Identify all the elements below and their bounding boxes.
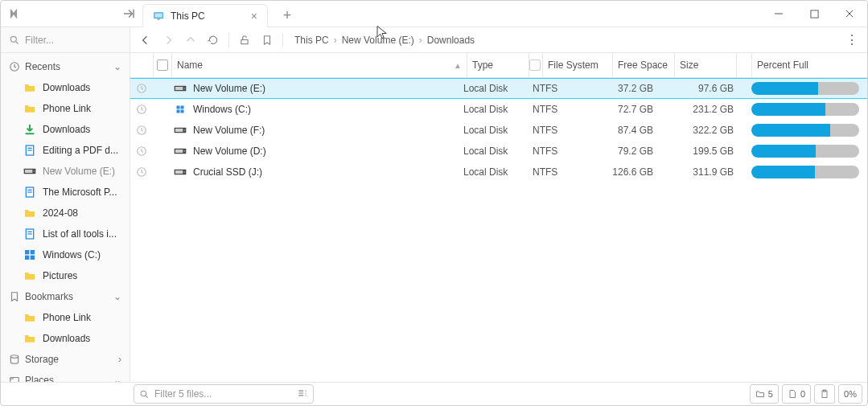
svg-rect-21 <box>31 256 35 260</box>
cell-percent <box>743 145 864 158</box>
sidebar-item[interactable]: Downloads <box>1 328 130 349</box>
file-icon <box>788 389 797 399</box>
breadcrumb-segment[interactable]: Downloads <box>427 35 475 46</box>
cell-fs: NTFS <box>533 166 597 178</box>
cell-fs: NTFS <box>533 125 597 136</box>
cell-fs: NTFS <box>533 104 597 115</box>
minimize-button[interactable] <box>761 1 796 27</box>
sidebar-item[interactable]: Downloads <box>1 77 130 98</box>
sidebar-item[interactable]: New Volume (E:) <box>1 161 130 182</box>
chevron-right-icon: › <box>118 354 121 365</box>
cell-free: 79.2 GB <box>597 146 663 157</box>
sidebar-item[interactable]: Phone Link <box>1 98 130 119</box>
back-button[interactable] <box>135 30 156 51</box>
cell-type: Local Disk <box>463 125 533 136</box>
search-icon <box>9 35 20 46</box>
column-fs[interactable]: File System <box>543 53 613 77</box>
svg-rect-14 <box>27 191 31 192</box>
filter-options-icon[interactable] <box>297 388 308 401</box>
drive-row[interactable]: New Volume (E:)Local DiskNTFS37.2 GB97.6… <box>130 78 867 99</box>
chevron-right-icon: › <box>419 35 422 46</box>
up-button[interactable] <box>180 30 201 51</box>
cell-size: 322.2 GB <box>663 125 743 136</box>
sidebar-item[interactable]: Downloads <box>1 119 130 140</box>
breadcrumb-segment[interactable]: This PC <box>294 35 329 46</box>
sidebar-item[interactable]: Windows (C:) <box>1 244 130 265</box>
sidebar-item-label: Windows (C:) <box>43 249 101 260</box>
drive-row[interactable]: New Volume (F:)Local DiskNTFS87.4 GB322.… <box>130 120 867 141</box>
svg-rect-1 <box>154 14 162 18</box>
tab-close-icon[interactable]: × <box>251 10 257 23</box>
more-button[interactable]: ⋮ <box>841 32 862 47</box>
filter-input[interactable]: Filter 5 files... <box>134 384 314 404</box>
cell-size: 231.2 GB <box>663 104 743 115</box>
collapse-sidebar-icon[interactable] <box>121 6 136 21</box>
status-zoom[interactable]: 0% <box>838 384 862 404</box>
forward-button[interactable] <box>158 30 179 51</box>
close-button[interactable] <box>832 1 867 27</box>
section-recents[interactable]: Recents ⌄ <box>1 56 130 77</box>
column-type[interactable]: Type <box>467 53 529 77</box>
svg-rect-35 <box>177 110 180 113</box>
cell-free: 126.6 GB <box>597 166 663 178</box>
drive-row[interactable]: Crucial SSD (J:)Local DiskNTFS126.6 GB31… <box>130 162 867 182</box>
column-percent[interactable]: Percent Full <box>752 53 864 77</box>
sidebar-filter-input[interactable]: Filter... <box>1 27 130 53</box>
bookmark-button[interactable] <box>257 30 278 51</box>
sidebar-item[interactable]: Phone Link <box>1 307 130 328</box>
sidebar-item-label: Pictures <box>43 270 77 281</box>
places-icon <box>9 375 20 382</box>
column-free[interactable]: Free Space <box>613 53 675 77</box>
refresh-button[interactable] <box>203 30 224 51</box>
section-bookmarks[interactable]: Bookmarks ⌄ <box>1 286 130 307</box>
select-all-checkbox[interactable] <box>157 59 168 71</box>
breadcrumb-segment[interactable]: New Volume (E:) <box>342 35 414 46</box>
column-name[interactable]: Name▲ <box>172 53 467 77</box>
app-icon <box>7 7 20 20</box>
status-clipboard[interactable] <box>814 384 835 404</box>
svg-rect-2 <box>157 19 160 20</box>
drive-row[interactable]: Windows (C:)Local DiskNTFS72.7 GB231.2 G… <box>130 99 867 120</box>
section-storage[interactable]: Storage › <box>1 349 130 370</box>
cell-percent <box>743 124 864 137</box>
sidebar-item[interactable]: 2024-08 <box>1 203 130 224</box>
svg-rect-20 <box>25 256 29 260</box>
svg-rect-39 <box>175 129 183 132</box>
status-folders: 5 <box>750 384 779 404</box>
sidebar-item[interactable]: The Microsoft P... <box>1 182 130 203</box>
clock-icon <box>130 83 153 94</box>
svg-rect-17 <box>27 233 31 234</box>
tab-this-pc[interactable]: This PC × <box>142 4 268 27</box>
svg-rect-16 <box>27 232 31 232</box>
cell-name: New Volume (E:) <box>171 83 463 94</box>
svg-point-44 <box>184 150 186 152</box>
breadcrumb[interactable]: This PC › New Volume (E:) › Downloads <box>294 35 475 46</box>
type-filter-checkbox[interactable] <box>529 59 541 71</box>
svg-rect-34 <box>181 106 184 109</box>
column-size[interactable]: Size <box>675 53 737 77</box>
cell-type: Local Disk <box>463 146 533 157</box>
svg-point-48 <box>184 171 186 173</box>
cell-name: New Volume (D:) <box>171 146 463 157</box>
column-headers: Name▲ Type File System Free Space Size P… <box>130 53 867 78</box>
new-tab-button[interactable]: + <box>276 4 298 27</box>
drive-row[interactable]: New Volume (D:)Local DiskNTFS79.2 GB199.… <box>130 141 867 162</box>
svg-rect-27 <box>241 39 248 43</box>
cell-type: Local Disk <box>463 83 533 94</box>
svg-rect-3 <box>810 10 817 17</box>
svg-rect-47 <box>175 170 183 174</box>
svg-point-49 <box>141 391 146 396</box>
maximize-button[interactable] <box>796 1 832 27</box>
clock-icon <box>130 125 153 136</box>
sidebar-item[interactable]: Editing a PDF d... <box>1 140 130 161</box>
lock-button[interactable] <box>234 30 255 51</box>
cell-type: Local Disk <box>463 166 533 178</box>
svg-point-11 <box>34 170 35 172</box>
sidebar-item[interactable]: List of all tools i... <box>1 224 130 244</box>
sidebar-item[interactable]: Pictures <box>1 265 130 286</box>
cell-fs: NTFS <box>533 146 597 157</box>
cell-percent <box>743 82 864 95</box>
sidebar-item-label: Downloads <box>43 333 90 344</box>
cell-size: 97.6 GB <box>663 83 743 94</box>
section-places[interactable]: Places ⌄ <box>1 370 130 382</box>
